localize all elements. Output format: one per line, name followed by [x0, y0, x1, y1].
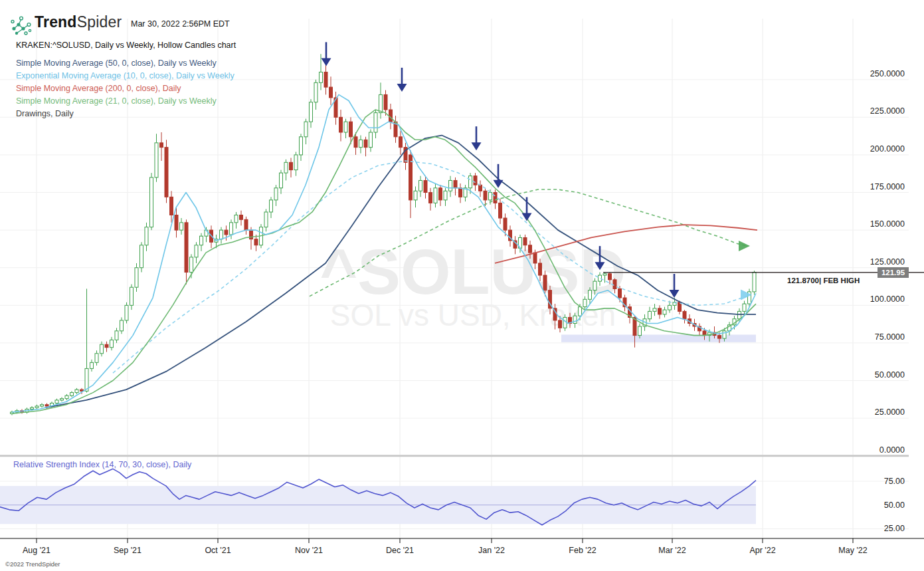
svg-text:225.0000: 225.0000 — [870, 106, 905, 116]
svg-text:Nov '21: Nov '21 — [295, 546, 323, 555]
svg-text:125.0000: 125.0000 — [870, 257, 905, 267]
support-zone — [561, 334, 756, 342]
svg-text:25.00: 25.00 — [884, 524, 905, 533]
copyright-text: ©2022 TrendSpider — [5, 560, 60, 568]
svg-text:Dec '21: Dec '21 — [386, 546, 414, 555]
svg-text:Mar '22: Mar '22 — [658, 546, 686, 555]
svg-text:75.00: 75.00 — [884, 477, 905, 486]
trendspider-logo-icon — [8, 11, 33, 39]
feb-high-annotation-label[interactable]: 121.8700| FEB HIGH — [787, 277, 864, 285]
legend-item-2[interactable]: Simple Moving Average (200, 0, close), D… — [16, 82, 234, 95]
legend-item-1[interactable]: Exponential Moving Average (10, 0, close… — [16, 70, 234, 82]
chart-timestamp: Mar 30, 2022 2:56PM EDT — [131, 19, 230, 29]
legend-item-0[interactable]: Simple Moving Average (50, 0, close), Da… — [16, 57, 234, 70]
svg-text:175.0000: 175.0000 — [870, 182, 905, 191]
chart-title[interactable]: KRAKEN:^SOLUSD, Daily vs Weekly, Hollow … — [16, 41, 236, 50]
svg-text:75.0000: 75.0000 — [875, 332, 905, 342]
svg-text:100.0000: 100.0000 — [870, 294, 905, 304]
last-price-badge: 121.95 — [878, 267, 909, 278]
brand-spider: Spider — [77, 13, 122, 31]
svg-text:SOL vs USD, Kraken: SOL vs USD, Kraken — [330, 298, 616, 332]
svg-text:50.0000: 50.0000 — [875, 370, 905, 380]
svg-text:Jan '22: Jan '22 — [478, 546, 505, 555]
legend-item-4[interactable]: Drawings, Daily — [16, 108, 234, 120]
svg-text:25.0000: 25.0000 — [875, 407, 905, 417]
svg-text:150.0000: 150.0000 — [870, 219, 905, 229]
indicator-legend: Simple Moving Average (50, 0, close), Da… — [16, 57, 234, 120]
svg-text:250.0000: 250.0000 — [870, 69, 905, 78]
trend-arrow-0 — [739, 241, 750, 251]
brand-trend: Trend — [35, 13, 77, 31]
svg-text:Oct '21: Oct '21 — [205, 546, 231, 555]
svg-text:Apr '22: Apr '22 — [749, 546, 775, 555]
brand-wordmark[interactable]: TrendSpider — [35, 13, 122, 31]
svg-text:200.0000: 200.0000 — [870, 144, 905, 154]
rsi-legend-label[interactable]: Relative Strength Index (14, 70, 30, clo… — [13, 460, 191, 469]
trendspider-chart-window: ^SOLUSDSOL vs USD, Kraken250.0000225.000… — [0, 0, 924, 571]
legend-item-3[interactable]: Simple Moving Average (21, 0, close), Da… — [16, 95, 234, 108]
svg-text:^SOLUSD: ^SOLUSD — [320, 235, 626, 308]
svg-text:0.0000: 0.0000 — [879, 445, 905, 455]
svg-text:Sep '21: Sep '21 — [114, 546, 141, 555]
svg-text:May '22: May '22 — [838, 546, 867, 555]
svg-text:Aug '21: Aug '21 — [23, 546, 50, 555]
svg-text:50.00: 50.00 — [884, 501, 905, 510]
svg-text:Feb '22: Feb '22 — [569, 546, 596, 555]
